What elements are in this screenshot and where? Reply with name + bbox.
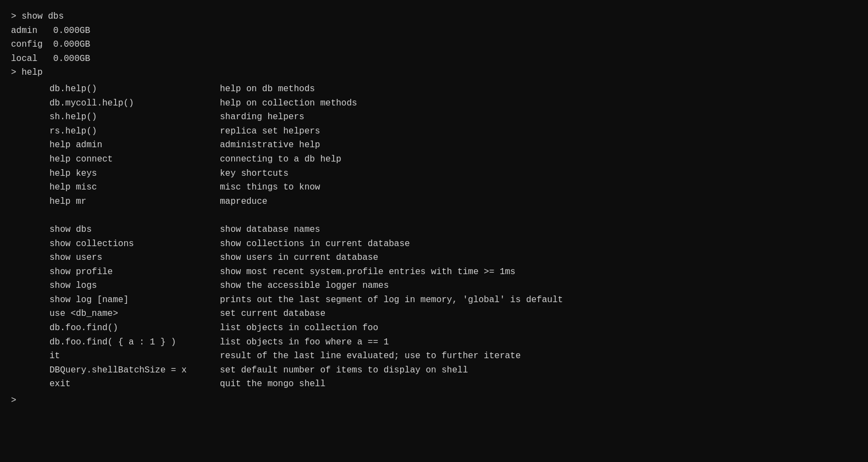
help-col-right: help on db methods	[220, 82, 563, 97]
help-col-left: help keys	[11, 167, 220, 181]
help-col-right: connecting to a db help	[220, 153, 563, 167]
output-text: admin 0.000GB	[11, 24, 90, 38]
help-command: > help	[11, 66, 857, 80]
help-row: help connectconnecting to a db help	[11, 153, 563, 167]
help-col-left: show log [name]	[11, 293, 220, 308]
help-col-left: help admin	[11, 138, 220, 153]
help-col-left: show users	[11, 251, 220, 265]
help-col-left: use <db_name>	[11, 307, 220, 321]
help-blank-row	[11, 209, 220, 223]
help-col-left: db.mycoll.help()	[11, 97, 220, 111]
local-line: local 0.000GB	[11, 52, 857, 66]
help-row: db.help()help on db methods	[11, 82, 563, 97]
command-text: > show dbs	[11, 10, 64, 24]
help-col-right: set current database	[220, 307, 563, 321]
help-col-right: key shortcuts	[220, 167, 563, 181]
help-col-right: prints out the last segment of log in me…	[220, 293, 563, 308]
help-row: sh.help()sharding helpers	[11, 110, 563, 125]
help-row: help adminadministrative help	[11, 138, 563, 153]
command-text: > help	[11, 66, 43, 80]
help-col-right: administrative help	[220, 138, 563, 153]
help-col-left: rs.help()	[11, 125, 220, 139]
help-row: help miscmisc things to know	[11, 181, 563, 195]
help-col-left: help connect	[11, 153, 220, 167]
help-col-right: result of the last line evaluated; use t…	[220, 349, 563, 364]
output-text: config 0.000GB	[11, 38, 90, 52]
terminal-container: > show dbs admin 0.000GB config 0.000GB …	[11, 10, 857, 408]
help-col-right: set default number of items to display o…	[220, 364, 563, 378]
help-row: exitquit the mongo shell	[11, 377, 563, 392]
help-row: rs.help()replica set helpers	[11, 125, 563, 139]
help-row: show log [name]prints out the last segme…	[11, 293, 563, 308]
help-row: help keyskey shortcuts	[11, 167, 563, 181]
help-col-right: misc things to know	[220, 181, 563, 195]
help-col-right: list objects in collection foo	[220, 321, 563, 336]
help-table: db.help()help on db methodsdb.mycoll.hel…	[11, 82, 563, 392]
help-col-left: show profile	[11, 265, 220, 280]
help-row: itresult of the last line evaluated; use…	[11, 349, 563, 364]
help-col-right: sharding helpers	[220, 110, 563, 125]
help-col-right: show users in current database	[220, 251, 563, 265]
help-col-left: show logs	[11, 279, 220, 293]
help-row: show usersshow users in current database	[11, 251, 563, 265]
help-col-left: it	[11, 349, 220, 364]
help-col-right: show most recent system.profile entries …	[220, 265, 563, 280]
help-col-left: help mr	[11, 195, 220, 209]
help-row: show collectionsshow collections in curr…	[11, 237, 563, 252]
help-col-right: show collections in current database	[220, 237, 563, 252]
help-col-left: db.foo.find( { a : 1 } )	[11, 336, 220, 350]
help-row: show logsshow the accessible logger name…	[11, 279, 563, 293]
help-row: db.foo.find()list objects in collection …	[11, 321, 563, 336]
help-col-left: sh.help()	[11, 110, 220, 125]
help-row: DBQuery.shellBatchSize = xset default nu…	[11, 364, 563, 378]
help-col-right: quit the mongo shell	[220, 377, 563, 392]
help-col-left: db.foo.find()	[11, 321, 220, 336]
help-col-left: exit	[11, 377, 220, 392]
final-prompt-line: >	[11, 394, 857, 408]
help-col-right: mapreduce	[220, 195, 563, 209]
help-row: show profileshow most recent system.prof…	[11, 265, 563, 280]
help-col-right: show database names	[220, 223, 563, 237]
help-col-right: help on collection methods	[220, 97, 563, 111]
help-row: show dbsshow database names	[11, 223, 563, 237]
config-line: config 0.000GB	[11, 38, 857, 52]
final-prompt: >	[11, 394, 16, 408]
show-dbs-command: > show dbs	[11, 10, 857, 24]
help-row: use <db_name>set current database	[11, 307, 563, 321]
help-col-right: list objects in foo where a == 1	[220, 336, 563, 350]
help-col-left: show collections	[11, 237, 220, 252]
help-col-right: show the accessible logger names	[220, 279, 563, 293]
help-col-right: replica set helpers	[220, 125, 563, 139]
help-row: db.foo.find( { a : 1 } )list objects in …	[11, 336, 563, 350]
help-col-left: DBQuery.shellBatchSize = x	[11, 364, 220, 378]
help-row: help mrmapreduce	[11, 195, 563, 209]
help-col-left: show dbs	[11, 223, 220, 237]
help-col-left: help misc	[11, 181, 220, 195]
admin-line: admin 0.000GB	[11, 24, 857, 38]
help-col-left: db.help()	[11, 82, 220, 97]
output-text: local 0.000GB	[11, 52, 90, 66]
help-row: db.mycoll.help()help on collection metho…	[11, 97, 563, 111]
